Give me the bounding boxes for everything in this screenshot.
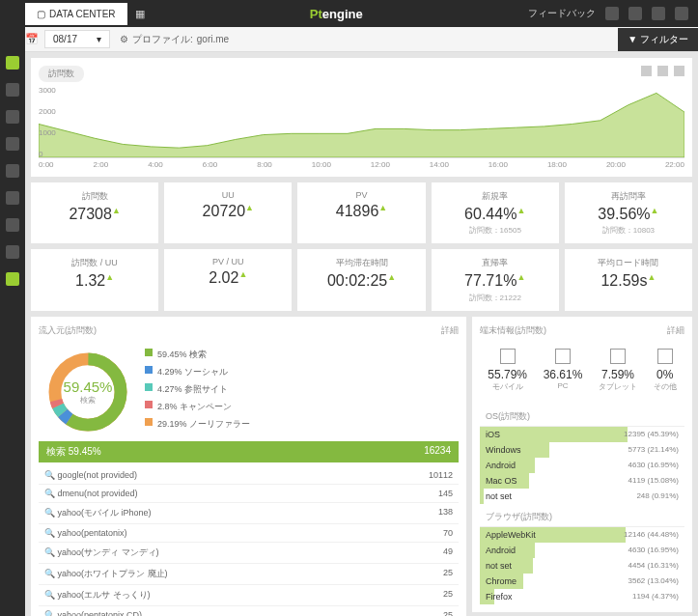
device-item: 55.79%モバイル <box>488 349 527 392</box>
logo: Ptengine <box>310 7 363 21</box>
sidebar-globe-icon[interactable] <box>6 110 19 124</box>
bar-row[interactable]: Android4630 (16.95%) <box>480 543 684 558</box>
bar-row[interactable]: Mac OS4119 (15.08%) <box>480 473 684 489</box>
kpi-card: UU20720▲ <box>164 182 292 243</box>
topbar: ▢ DATA CENTER ▦ Ptengine フィードバック <box>0 0 698 27</box>
kpi-card: 訪問数27308▲ <box>31 182 158 243</box>
sidebar-mobile-icon[interactable] <box>6 137 19 151</box>
device-item: 0%その他 <box>654 349 677 392</box>
bar-row[interactable]: Android4630 (16.95%) <box>480 458 684 473</box>
source-row[interactable]: 🔍 yahoo(モバイル iPhone)138 <box>39 503 459 524</box>
detail-link[interactable]: 詳細 <box>441 324 459 337</box>
date-picker[interactable]: 08/17 ▾ <box>44 30 110 48</box>
source-row[interactable]: 🔍 yahoo(pentatonix)70 <box>39 524 459 543</box>
device-item: 7.59%タブレット <box>599 349 637 392</box>
panel-title: 流入元(訪問数) <box>39 324 97 337</box>
profile-selector[interactable]: ⚙ プロファイル: gori.me <box>120 33 229 46</box>
detail-link[interactable]: 詳細 <box>667 324 684 337</box>
device-item: 36.61%PC <box>544 349 583 392</box>
kpi-card: 平均滞在時間00:02:25▲ <box>297 249 425 310</box>
sidebar-grid-icon[interactable] <box>6 56 19 70</box>
list-icon[interactable] <box>605 7 619 20</box>
feedback-link[interactable]: フィードバック <box>528 7 596 20</box>
donut-label: 検索 <box>44 395 131 406</box>
monitor-icon: ▢ <box>37 9 45 19</box>
bar-row[interactable]: not set4454 (16.31%) <box>480 558 684 574</box>
kpi-card: 平均ロード時間12.59s▲ <box>565 249 692 310</box>
bar-row[interactable]: not set248 (0.91%) <box>480 489 684 504</box>
sources-legend: 59.45% 検索4.29% ソーシャル4.27% 参照サイト2.8% キャンペ… <box>145 349 250 435</box>
filter-icon: ▼ <box>628 34 640 44</box>
source-row[interactable]: 🔍 yahoo(サンディ マンディ)49 <box>39 543 459 564</box>
panel-title: 端末情報(訪問数) <box>480 324 546 337</box>
source-row[interactable]: 🔍 yahoo(エルサ そっくり)25 <box>39 585 459 606</box>
bar-row[interactable]: Chrome3562 (13.04%) <box>480 574 684 589</box>
device-icon <box>500 349 516 364</box>
bar-row[interactable]: AppleWebKit12146 (44.48%) <box>480 527 684 543</box>
sidebar-sliders-icon[interactable] <box>6 83 19 97</box>
grid-icon[interactable]: ▦ <box>135 8 145 20</box>
device-icon <box>657 349 673 364</box>
bar-row[interactable]: Windows5773 (21.14%) <box>480 442 684 458</box>
kpi-row-1: 訪問数27308▲UU20720▲PV41896▲新規率60.44%▲訪問数：1… <box>31 182 692 243</box>
expand-icon[interactable] <box>674 66 684 76</box>
tab-label: DATA CENTER <box>49 9 116 19</box>
source-row[interactable]: 🔍 google(not provided)10112 <box>39 466 459 485</box>
sidebar-chart-icon[interactable] <box>6 218 19 232</box>
user-icon[interactable] <box>628 7 642 20</box>
refresh-icon[interactable] <box>641 66 652 76</box>
main-chart-panel: 訪問数 3000200010000 0:002:004:006:008:0010… <box>31 58 692 177</box>
kpi-card: 直帰率77.71%▲訪問数：21222 <box>432 249 559 310</box>
kpi-card: 新規率60.44%▲訪問数：16505 <box>432 182 559 243</box>
filter-button[interactable]: ▼ フィルター <box>618 28 698 51</box>
browser-section-title: ブラウザ(訪問数) <box>480 508 684 527</box>
source-row[interactable]: 🔍 yahoo(pentatonix CD)25 <box>39 606 459 616</box>
date-value: 08/17 <box>53 34 77 44</box>
device-icon <box>610 349 626 364</box>
chevron-down-icon: ▾ <box>97 34 101 44</box>
os-section-title: OS(訪問数) <box>480 407 684 427</box>
profile-icon: ⚙ <box>120 34 128 44</box>
kpi-row-2: 訪問数 / UU1.32▲PV / UU2.02▲平均滞在時間00:02:25▲… <box>31 249 692 310</box>
sidebar-desktop-icon[interactable] <box>6 164 19 178</box>
tab-datacenter[interactable]: ▢ DATA CENTER <box>25 3 127 25</box>
help-icon[interactable] <box>675 7 688 20</box>
devices-panel: 端末情報(訪問数) 詳細 55.79%モバイル36.61%PC7.59%タブレッ… <box>472 317 692 612</box>
source-row[interactable]: 🔍 yahoo(ホワイトプラン 廃止)25 <box>39 564 459 585</box>
subbar: 📅 08/17 ▾ ⚙ プロファイル: gori.me ▼ フィルター <box>0 27 698 52</box>
source-row[interactable]: 🔍 dmenu(not provided)145 <box>39 485 459 503</box>
calendar-icon[interactable]: 📅 <box>25 33 39 45</box>
gear-icon[interactable] <box>652 7 665 20</box>
sidebar-chevron-icon[interactable] <box>6 272 19 286</box>
donut-pct: 59.45% <box>44 378 131 395</box>
kpi-card: PV41896▲ <box>297 182 425 243</box>
device-icon <box>555 349 571 364</box>
bar-row[interactable]: iOS12395 (45.39%) <box>480 427 684 442</box>
sidebar-megaphone-icon[interactable] <box>6 245 19 259</box>
kpi-card: 訪問数 / UU1.32▲ <box>31 249 158 310</box>
copy-icon[interactable] <box>657 66 668 76</box>
visits-area-chart: 3000200010000 <box>39 86 684 158</box>
bar-row[interactable]: Firefox1194 (4.37%) <box>480 589 684 604</box>
sources-panel: 流入元(訪問数) 詳細 59.45% <box>31 317 466 616</box>
search-category-bar: 検索 59.45% 16234 <box>39 441 459 462</box>
kpi-card: 再訪問率39.56%▲訪問数：10803 <box>565 182 692 243</box>
sidebar <box>0 27 25 616</box>
chart-metric-pill[interactable]: 訪問数 <box>39 66 84 82</box>
kpi-card: PV / UU2.02▲ <box>164 249 292 310</box>
sidebar-world-icon[interactable] <box>6 191 19 205</box>
